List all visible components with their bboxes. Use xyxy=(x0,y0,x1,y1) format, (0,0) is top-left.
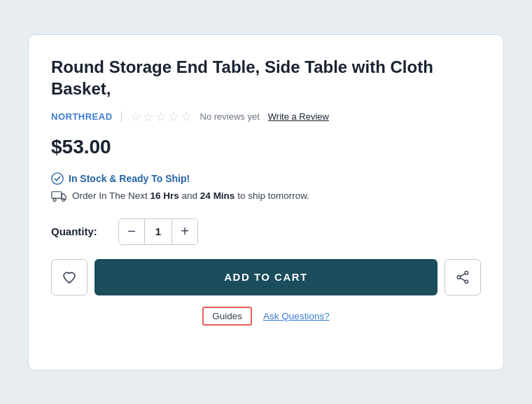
svg-point-2 xyxy=(53,198,56,201)
wishlist-button[interactable] xyxy=(51,259,88,295)
svg-point-5 xyxy=(465,280,468,284)
svg-point-3 xyxy=(62,198,65,201)
shipping-hours: 16 Hrs xyxy=(150,190,179,201)
brand-row: NORTHREAD ☆ ☆ ☆ ☆ ☆ No reviews yet Write… xyxy=(51,109,481,125)
star-3: ☆ xyxy=(155,109,167,125)
svg-line-7 xyxy=(461,274,465,277)
svg-rect-1 xyxy=(52,192,62,198)
product-title: Round Storage End Table, Side Table with… xyxy=(51,56,481,99)
star-2: ☆ xyxy=(143,109,154,125)
quantity-control: − 1 + xyxy=(118,218,198,245)
quantity-increase-button[interactable]: + xyxy=(172,219,197,244)
product-price: $53.00 xyxy=(51,136,481,158)
share-button[interactable] xyxy=(444,259,481,295)
shipping-mins: 24 Mins xyxy=(200,190,235,201)
check-circle-icon xyxy=(51,172,64,185)
svg-point-0 xyxy=(52,173,63,184)
star-1: ☆ xyxy=(130,109,141,125)
quantity-value: 1 xyxy=(144,219,172,244)
write-review-link[interactable]: Write a Review xyxy=(268,111,329,122)
quantity-decrease-button[interactable]: − xyxy=(119,219,144,244)
no-reviews-text: No reviews yet xyxy=(200,111,260,122)
shipping-row: Order In The Next 16 Hrs and 24 Mins to … xyxy=(51,190,481,202)
svg-point-4 xyxy=(465,271,468,274)
ask-questions-link[interactable]: Ask Questions? xyxy=(263,311,330,321)
heart-icon xyxy=(62,270,77,284)
svg-point-6 xyxy=(457,276,461,279)
add-to-cart-button[interactable]: ADD TO CART xyxy=(94,259,438,295)
star-rating: ☆ ☆ ☆ ☆ ☆ xyxy=(130,109,192,125)
brand-link[interactable]: NORTHREAD xyxy=(51,111,113,122)
star-5: ☆ xyxy=(181,109,192,125)
quantity-row: Quantity: − 1 + xyxy=(51,218,481,245)
quantity-label: Quantity: xyxy=(51,225,107,237)
links-row: Guides Ask Questions? xyxy=(51,307,481,326)
svg-line-8 xyxy=(461,278,465,281)
truck-icon xyxy=(51,190,66,202)
action-row: ADD TO CART xyxy=(51,259,481,295)
vertical-divider xyxy=(121,111,122,123)
in-stock-row: In Stock & Ready To Ship! xyxy=(51,172,481,185)
star-4: ☆ xyxy=(168,109,179,125)
shipping-text: Order In The Next 16 Hrs and 24 Mins to … xyxy=(72,190,309,201)
guides-link[interactable]: Guides xyxy=(202,307,252,326)
product-card: Round Storage End Table, Side Table with… xyxy=(28,34,504,370)
in-stock-text: In Stock & Ready To Ship! xyxy=(69,173,190,184)
share-icon xyxy=(456,270,470,284)
